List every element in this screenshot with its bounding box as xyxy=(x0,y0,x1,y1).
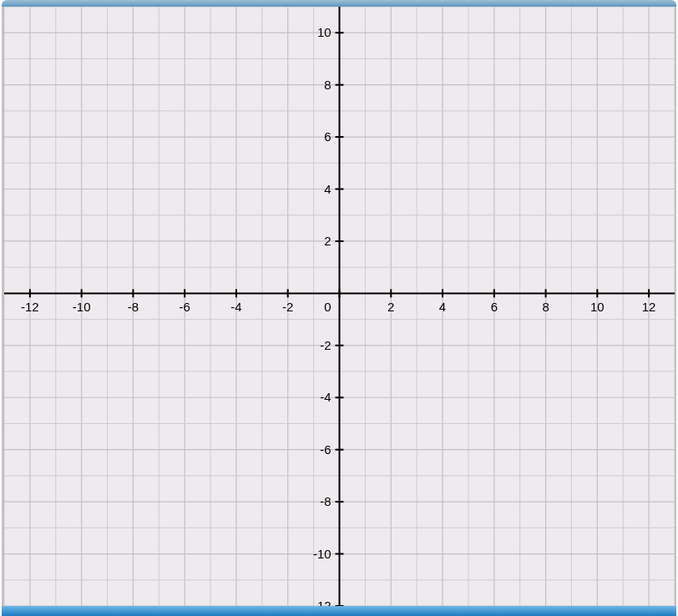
x-tick-label: -12 xyxy=(21,300,39,314)
x-tick-label: 0 xyxy=(324,300,331,314)
y-tick-label: -8 xyxy=(320,494,331,508)
y-tick-label: -10 xyxy=(313,547,331,561)
x-tick-label: 2 xyxy=(387,300,394,314)
x-tick-label: 6 xyxy=(491,300,498,314)
x-tick-label: -4 xyxy=(230,300,241,314)
y-tick-label: -4 xyxy=(320,390,331,404)
y-tick-label: 4 xyxy=(324,182,331,196)
x-tick-label: 4 xyxy=(439,300,446,314)
y-tick-label: -2 xyxy=(320,338,331,352)
plot-area[interactable]: -12-10-8-6-4-2024681012-12-10-8-6-4-2246… xyxy=(2,7,676,606)
y-tick-label: 10 xyxy=(317,25,331,39)
x-tick-label: -8 xyxy=(128,300,139,314)
app-frame: -12-10-8-6-4-2024681012-12-10-8-6-4-2246… xyxy=(0,0,678,616)
y-tick-label: 6 xyxy=(324,129,331,144)
window-top-bar xyxy=(2,0,676,7)
x-tick-label: -10 xyxy=(73,300,91,314)
y-tick-label: 2 xyxy=(324,234,331,248)
x-tick-label: 12 xyxy=(642,300,656,314)
coordinate-grid: -12-10-8-6-4-2024681012-12-10-8-6-4-2246… xyxy=(4,7,675,606)
x-tick-label: 8 xyxy=(542,300,549,314)
x-tick-label: -2 xyxy=(282,300,293,314)
x-tick-label: -6 xyxy=(180,300,190,314)
window-bottom-bar xyxy=(2,606,676,616)
y-tick-label: -6 xyxy=(320,442,331,457)
y-tick-label: 8 xyxy=(324,78,331,92)
y-tick-label: -12 xyxy=(313,598,331,606)
x-tick-label: 10 xyxy=(590,300,605,314)
